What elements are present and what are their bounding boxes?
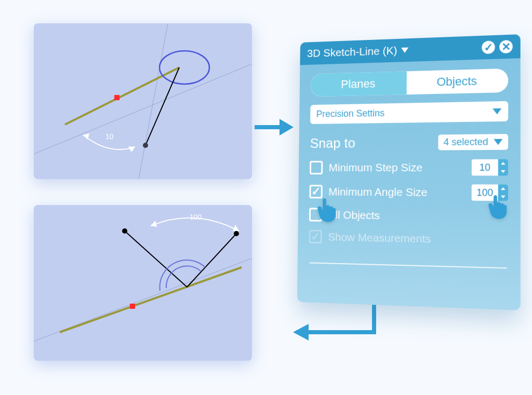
input-min-step[interactable]: [472, 159, 498, 176]
chevron-down-icon: [493, 108, 501, 115]
panel-title: 3D Sketch-Line (K): [307, 44, 397, 60]
dropdown-icon[interactable]: [401, 47, 408, 53]
label-min-step: Minimum Step Size: [329, 161, 423, 174]
snap-to-value: 4 selected: [444, 137, 488, 148]
viewport-step: 10: [34, 23, 252, 179]
snap-to-select[interactable]: 4 selected: [438, 134, 508, 150]
svg-line-12: [125, 231, 187, 287]
svg-point-6: [143, 143, 148, 148]
cursor-hand-icon: [487, 193, 511, 220]
measurement-angle: 100: [190, 213, 202, 221]
arrow-to-panel: [255, 112, 294, 143]
svg-line-10: [60, 267, 242, 332]
svg-point-4: [159, 51, 209, 84]
divider: [310, 262, 507, 268]
section-select[interactable]: Precision Settins: [310, 101, 508, 124]
svg-marker-19: [280, 119, 294, 135]
svg-line-2: [65, 67, 179, 125]
section-select-label: Precision Settins: [316, 108, 385, 120]
settings-panel: 3D Sketch-Line (K) ✓ ✕ Planes Objects Pr…: [297, 34, 521, 310]
svg-marker-20: [293, 324, 309, 340]
label-show-measurements: Show Measurements: [328, 230, 431, 245]
checkbox-min-step[interactable]: [310, 161, 323, 174]
step-up[interactable]: [498, 159, 508, 168]
svg-rect-11: [130, 304, 135, 309]
angle-up[interactable]: [498, 184, 508, 193]
svg-line-5: [145, 67, 179, 145]
svg-line-9: [34, 254, 252, 345]
svg-point-13: [122, 228, 127, 234]
svg-rect-3: [114, 95, 119, 100]
svg-marker-16: [151, 221, 157, 227]
viewport-angle: 100: [34, 205, 252, 361]
confirm-button[interactable]: ✓: [482, 40, 495, 54]
field-min-step[interactable]: [472, 159, 508, 176]
tab-planes[interactable]: Planes: [311, 71, 407, 97]
checkbox-show-measurements[interactable]: [309, 230, 322, 244]
tab-bar: Planes Objects: [311, 69, 508, 97]
cursor-hand-icon: [316, 196, 340, 223]
close-button[interactable]: ✕: [499, 40, 513, 53]
label-min-angle: Minimum Angle Size: [328, 185, 427, 199]
snap-to-label: Snap to: [310, 135, 355, 152]
svg-marker-8: [128, 146, 135, 152]
chevron-down-icon: [494, 139, 502, 145]
measurement-step: 10: [105, 132, 114, 141]
svg-point-15: [234, 231, 239, 236]
svg-line-0: [34, 60, 252, 158]
tab-objects[interactable]: Objects: [407, 69, 509, 94]
step-down[interactable]: [498, 168, 508, 176]
